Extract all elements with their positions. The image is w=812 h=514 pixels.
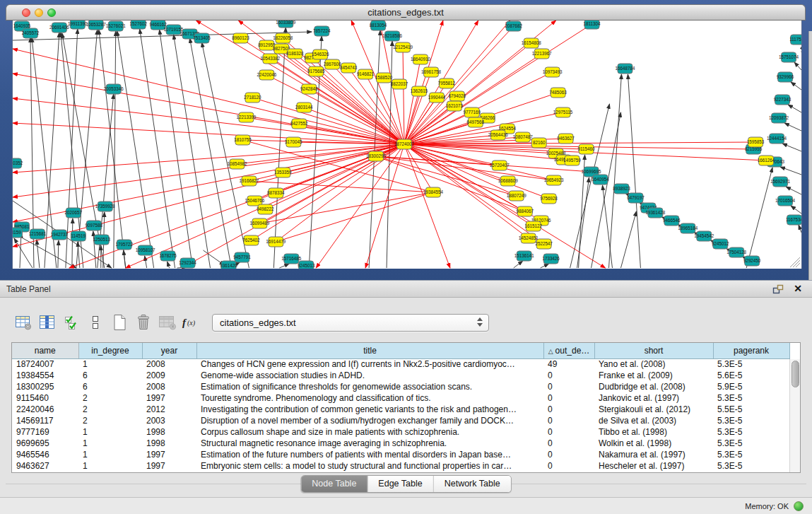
cell-short[interactable]: Yano et al. (2008)	[594, 358, 713, 370]
cell-short[interactable]: Hescheler et al. (1997)	[594, 460, 713, 472]
graph-node-yellow[interactable]: 1615122	[524, 221, 542, 231]
tab-node-table[interactable]: Node Table	[301, 476, 367, 492]
graph-node-teal[interactable]: 2405572	[22, 28, 40, 38]
cell-title[interactable]: Embryonic stem cells: a model to study s…	[196, 460, 543, 472]
cell-in_degree[interactable]: 1	[78, 449, 142, 460]
graph-node-yellow[interactable]: 16154808	[522, 38, 541, 48]
table-row[interactable]: 2242004622012Investigating the contribut…	[12, 404, 789, 415]
graph-node-yellow[interactable]: 19654923	[544, 175, 564, 185]
graph-node-yellow[interactable]: 2803144	[295, 103, 313, 112]
cell-pagerank[interactable]: 5.3E-5	[713, 392, 789, 404]
cell-name[interactable]: 9465546	[12, 449, 78, 460]
graph-node-teal[interactable]: 1117534	[789, 35, 801, 45]
graph-node-yellow[interactable]: 6497568	[467, 117, 485, 127]
table-scrollbar-thumb[interactable]	[792, 361, 799, 387]
column-header-pagerank[interactable]: pagerank	[713, 343, 789, 358]
graph-node-yellow[interactable]: 1621073	[446, 101, 464, 111]
graph-node-yellow[interactable]: 1595853	[747, 137, 765, 147]
graph-node-yellow[interactable]: 12975115	[553, 107, 573, 117]
cell-year[interactable]: 2003	[142, 415, 196, 426]
cell-name[interactable]: 9115460	[12, 392, 78, 404]
graph-node-yellow[interactable]: 9463627	[557, 134, 575, 144]
graph-node-yellow[interactable]: 12213967	[532, 49, 552, 59]
graph-node-teal[interactable]: 1640954	[592, 175, 609, 185]
graph-node-yellow[interactable]: 8878334	[267, 188, 285, 198]
citation-network-graph[interactable]: 1640935240557220691406199113901065328715…	[13, 21, 801, 269]
graph-node-yellow[interactable]: 15720407	[490, 160, 510, 170]
select-columns-icon[interactable]	[61, 313, 82, 332]
graph-node-yellow[interactable]: 10543382	[260, 54, 280, 64]
cell-title[interactable]: Corpus callosum shape and size in male p…	[196, 426, 543, 438]
citation-edge-black[interactable]	[13, 32, 312, 40]
graph-node-yellow[interactable]: 10973493	[543, 67, 563, 77]
graph-node-yellow[interactable]: 18724007	[394, 139, 414, 149]
graph-node-teal[interactable]: 1811304	[584, 21, 601, 29]
graph-node-teal[interactable]: 2020657	[65, 208, 83, 218]
graph-node-teal[interactable]: 19454542	[694, 231, 714, 241]
graph-node-teal[interactable]: 1527602	[129, 21, 147, 29]
graph-node-yellow[interactable]: 9498222	[257, 204, 274, 214]
function-builder-icon[interactable]: f (x)	[181, 313, 202, 332]
cell-in_degree[interactable]: 2	[78, 404, 142, 415]
cell-year[interactable]: 1997	[142, 392, 196, 404]
graph-node-teal[interactable]: 1678275	[159, 251, 177, 261]
graph-node-teal[interactable]: 9245013	[298, 261, 315, 269]
citation-edge-black[interactable]	[791, 206, 801, 214]
cell-short[interactable]: Jankovic et al. (1997)	[594, 392, 713, 404]
graph-node-yellow[interactable]: 7955812	[438, 78, 456, 88]
cell-in_degree[interactable]: 1	[78, 426, 142, 438]
graph-node-yellow[interactable]: 9175685	[307, 66, 325, 76]
graph-node-teal[interactable]: 9245012	[712, 239, 729, 249]
cell-short[interactable]: Wolkin et al. (1998)	[594, 438, 713, 449]
cell-title[interactable]: Changes of HCN gene expression and I(f) …	[196, 358, 543, 370]
graph-node-teal[interactable]: 1292344	[179, 258, 196, 268]
graph-node-teal[interactable]: 15751074	[779, 52, 799, 62]
citation-edge-black[interactable]	[167, 262, 170, 268]
graph-node-yellow[interactable]: 8454743	[340, 63, 358, 73]
cell-name[interactable]: 18724007	[12, 358, 78, 370]
graph-node-teal[interactable]: 6479197	[627, 193, 645, 203]
graph-node-teal[interactable]: 1942737	[51, 230, 69, 240]
graph-node-yellow[interactable]: 1546326	[312, 49, 329, 59]
table-row[interactable]: 1872400712008Changes of HCN gene express…	[12, 358, 789, 370]
new-document-icon[interactable]	[109, 313, 130, 332]
citation-edge-black[interactable]	[72, 218, 73, 268]
graph-node-teal[interactable]: 7513405	[193, 33, 211, 43]
citation-edge-black[interactable]	[14, 238, 33, 268]
graph-node-teal[interactable]: 15136141	[514, 251, 534, 261]
graph-node-teal[interactable]: 9457791	[233, 252, 251, 262]
graph-node-yellow[interactable]: 1661264	[758, 156, 775, 165]
cell-short[interactable]: Dudbridge et al. (2008)	[594, 381, 713, 392]
cell-short[interactable]: Stergiakouli et al. (2012)	[594, 404, 713, 415]
graph-node-yellow[interactable]: 3170045	[285, 137, 302, 147]
cell-in_degree[interactable]: 6	[78, 370, 142, 381]
graph-node-teal[interactable]: 2087682	[505, 21, 523, 31]
cell-short[interactable]: Tibbo et al. (1998)	[594, 426, 713, 438]
column-header-year[interactable]: year	[142, 343, 196, 358]
graph-node-teal[interactable]: 1640352	[13, 158, 23, 168]
graph-node-teal[interactable]: 93159	[13, 228, 22, 238]
graph-node-teal[interactable]: 17016504	[775, 196, 795, 206]
graph-node-teal[interactable]: 1167534	[786, 215, 801, 225]
graph-node-yellow[interactable]: 9777169	[464, 107, 481, 117]
graph-node-yellow[interactable]: 9884067	[516, 206, 534, 216]
graph-node-teal[interactable]: 16648784	[615, 64, 635, 74]
citation-edge-black[interactable]	[620, 211, 636, 268]
graph-node-teal[interactable]: 1250513	[93, 235, 111, 245]
cell-pagerank[interactable]: 5.3E-5	[713, 415, 789, 426]
citation-edge-black[interactable]	[514, 261, 523, 268]
cell-title[interactable]: Disruption of a novel member of a sodium…	[196, 415, 543, 426]
graph-node-teal[interactable]: 19361428	[645, 208, 665, 218]
graph-node-yellow[interactable]: 9115460	[578, 144, 595, 154]
cell-name[interactable]: 22420046	[12, 404, 78, 415]
graph-node-teal[interactable]: 15692971	[770, 177, 790, 187]
graph-node-teal[interactable]: 12093872	[769, 113, 789, 123]
graph-node-yellow[interactable]: 8186328	[286, 49, 304, 59]
table-row[interactable]: 1456911722003Disruption of a novel membe…	[12, 415, 789, 426]
citation-edge-red[interactable]	[404, 144, 450, 268]
cell-title[interactable]: Investigating the contribution of common…	[196, 404, 543, 415]
cell-name[interactable]: 18300295	[12, 381, 78, 392]
cell-year[interactable]: 1998	[142, 426, 196, 438]
graph-node-teal[interactable]: 20053346	[104, 84, 124, 94]
citation-edge-black[interactable]	[786, 187, 801, 194]
